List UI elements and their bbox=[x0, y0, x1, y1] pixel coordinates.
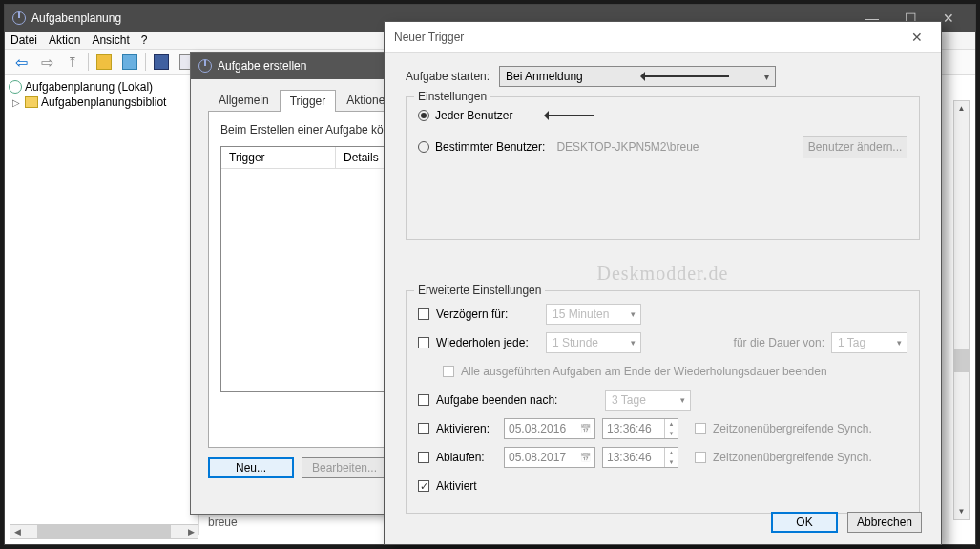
activate-date: 05.08.2016 bbox=[504, 418, 595, 439]
duration-combo: 1 Tag bbox=[831, 332, 907, 353]
tree-panel: Aufgabenplanung (Lokal) ▷ Aufgabenplanun… bbox=[5, 75, 199, 535]
settings-group: Einstellungen Jeder Benutzer Bestimmter … bbox=[406, 96, 920, 240]
right-vscrollbar[interactable]: ▲ ▼ bbox=[953, 100, 970, 520]
activate-time: 13:36:46▲▼ bbox=[602, 418, 678, 439]
menu-datei[interactable]: Datei bbox=[10, 33, 37, 47]
activate-label: Aktivieren: bbox=[436, 422, 497, 435]
tz-sync-checkbox-2 bbox=[695, 452, 706, 463]
watermark: Deskmodder.de bbox=[406, 263, 920, 285]
stop-after-combo: 3 Tage bbox=[605, 390, 691, 411]
close-icon[interactable]: ✕ bbox=[903, 30, 931, 45]
advanced-legend: Erweiterte Einstellungen bbox=[414, 284, 545, 297]
delay-checkbox[interactable] bbox=[418, 308, 429, 320]
repeat-combo: 1 Stunde bbox=[546, 332, 641, 353]
up-button[interactable]: ⤒ bbox=[62, 53, 83, 72]
start-task-dropdown[interactable]: Bei Anmeldung bbox=[499, 66, 776, 87]
tab-trigger[interactable]: Trigger bbox=[280, 90, 337, 112]
forward-button[interactable]: ⇨ bbox=[36, 53, 57, 72]
stop-after-label: Aufgabe beenden nach: bbox=[436, 393, 598, 407]
expire-checkbox[interactable] bbox=[418, 452, 429, 463]
specific-user-value: DESKTOP-JKPN5M2\breue bbox=[556, 140, 699, 154]
annotation-arrow bbox=[547, 115, 594, 116]
tree-library[interactable]: ▷ Aufgabenplanungsbibliot bbox=[7, 95, 197, 110]
any-user-label: Jeder Benutzer bbox=[435, 109, 512, 122]
edit-button: Bearbeiten... bbox=[302, 457, 387, 478]
app-icon bbox=[12, 11, 26, 25]
enabled-label: Aktiviert bbox=[436, 479, 477, 493]
activate-checkbox[interactable] bbox=[418, 423, 429, 434]
enabled-checkbox[interactable] bbox=[418, 480, 429, 492]
ok-button[interactable]: OK bbox=[771, 512, 838, 533]
settings-legend: Einstellungen bbox=[414, 90, 490, 103]
back-button[interactable]: ⇦ bbox=[10, 53, 31, 72]
repeat-checkbox[interactable] bbox=[418, 337, 429, 348]
new-button[interactable]: Neu... bbox=[208, 457, 294, 478]
duration-label: für die Dauer von: bbox=[734, 336, 824, 349]
radio-specific-user[interactable] bbox=[418, 141, 429, 153]
expire-time: 13:36:46▲▼ bbox=[602, 447, 678, 468]
col-trigger[interactable]: Trigger bbox=[221, 147, 336, 168]
cancel-button[interactable]: Abbrechen bbox=[847, 512, 922, 533]
start-task-label: Aufgabe starten: bbox=[406, 70, 490, 83]
toolbar-icon-1[interactable] bbox=[94, 53, 115, 72]
scheduler-icon bbox=[9, 80, 22, 94]
menu-help[interactable]: ? bbox=[141, 33, 148, 47]
tz-sync-checkbox-1 bbox=[695, 423, 706, 434]
tz-sync-label-2: Zeitzonenübergreifende Synch. bbox=[713, 451, 872, 464]
menu-ansicht[interactable]: Ansicht bbox=[92, 33, 129, 47]
tree-root[interactable]: Aufgabenplanung (Lokal) bbox=[7, 79, 197, 95]
stop-all-checkbox bbox=[443, 366, 454, 377]
app-icon bbox=[198, 59, 212, 73]
repeat-label: Wiederholen jede: bbox=[436, 336, 539, 349]
tree-hscrollbar[interactable]: ◀▶ bbox=[10, 524, 198, 539]
tz-sync-label-1: Zeitzonenübergreifende Synch. bbox=[713, 422, 872, 435]
new-trigger-dialog: Neuer Trigger ✕ Aufgabe starten: Bei Anm… bbox=[384, 21, 942, 545]
delay-combo: 15 Minuten bbox=[546, 304, 641, 325]
advanced-group: Erweiterte Einstellungen Verzögern für: … bbox=[406, 290, 920, 514]
stop-all-label: Alle ausgeführten Aufgaben am Ende der W… bbox=[461, 365, 827, 378]
delay-label: Verzögern für: bbox=[436, 307, 539, 321]
trigger-dialog-title: Neuer Trigger bbox=[394, 31, 903, 44]
toolbar-icon-3[interactable] bbox=[151, 53, 172, 72]
expire-date: 05.08.2017 bbox=[504, 447, 595, 468]
stop-after-checkbox[interactable] bbox=[418, 394, 429, 406]
radio-any-user[interactable] bbox=[418, 110, 429, 121]
truncated-text: breue bbox=[208, 516, 238, 529]
menu-aktion[interactable]: Aktion bbox=[49, 33, 80, 47]
expand-icon[interactable]: ▷ bbox=[12, 97, 22, 108]
specific-user-label: Bestimmter Benutzer: bbox=[435, 140, 545, 154]
annotation-arrow bbox=[643, 75, 729, 77]
change-user-button: Benutzer ändern... bbox=[803, 136, 907, 158]
expire-label: Ablaufen: bbox=[436, 451, 497, 464]
toolbar-icon-2[interactable] bbox=[119, 53, 140, 72]
folder-icon bbox=[25, 96, 38, 108]
trigger-titlebar[interactable]: Neuer Trigger ✕ bbox=[385, 22, 941, 53]
tab-allgemein[interactable]: Allgemein bbox=[208, 89, 280, 111]
